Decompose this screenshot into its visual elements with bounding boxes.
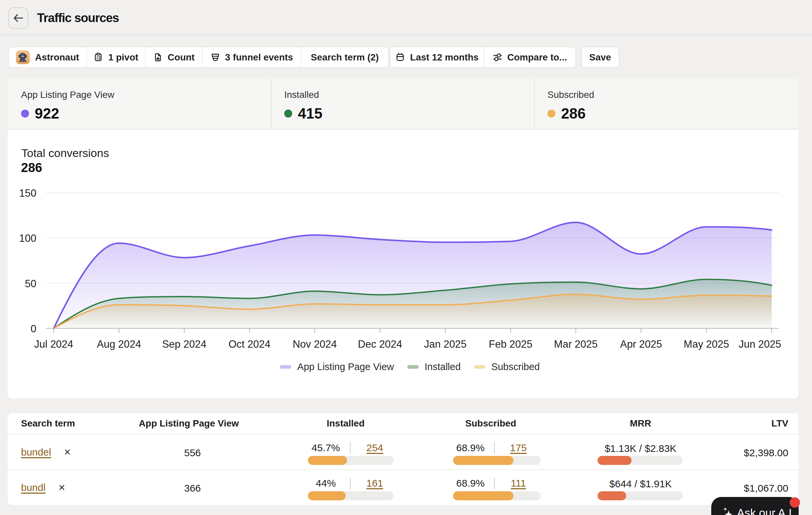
svg-text:Jun 2025: Jun 2025	[738, 338, 781, 350]
svg-text:100: 100	[19, 233, 36, 244]
svg-text:Mar 2025: Mar 2025	[554, 338, 598, 350]
svg-text:Dec 2024: Dec 2024	[358, 338, 402, 350]
svg-text:50: 50	[25, 278, 36, 290]
svg-text:Jul 2024: Jul 2024	[34, 338, 73, 350]
svg-text:Aug 2024: Aug 2024	[97, 338, 141, 350]
svg-text:Apr 2025: Apr 2025	[620, 338, 662, 350]
svg-text:Feb 2025: Feb 2025	[489, 338, 532, 350]
svg-text:May 2025: May 2025	[684, 338, 729, 350]
svg-text:Nov 2024: Nov 2024	[293, 338, 337, 350]
svg-text:0: 0	[31, 323, 36, 335]
svg-text:Sep 2024: Sep 2024	[162, 338, 206, 350]
svg-text:150: 150	[19, 187, 36, 199]
svg-text:Oct 2024: Oct 2024	[229, 338, 270, 350]
svg-text:Jan 2025: Jan 2025	[424, 338, 467, 350]
